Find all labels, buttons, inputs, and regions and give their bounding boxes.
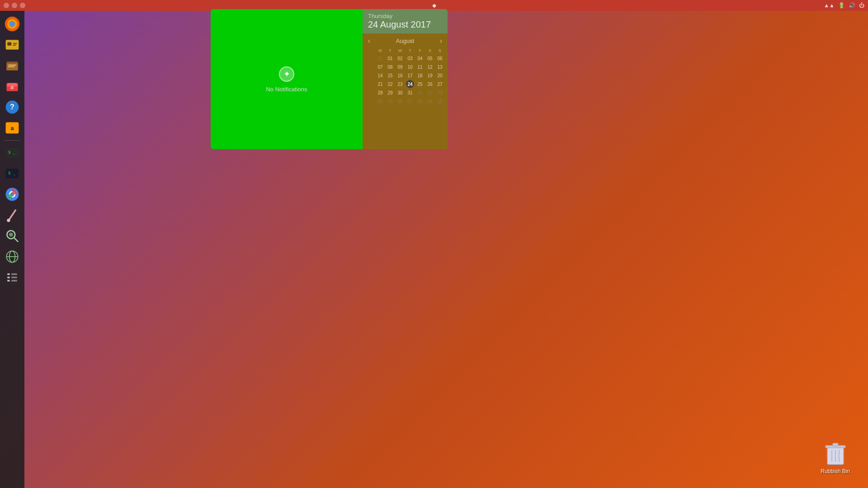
calendar-week-row: 07080910111213	[365, 63, 445, 71]
calendar-rows: 3101020304050607080910111213141516171819…	[365, 54, 445, 105]
weekday-fri: F	[415, 48, 425, 53]
sidebar-item-network[interactable]	[3, 247, 22, 266]
svg-rect-46	[833, 443, 838, 446]
calendar-day[interactable]: 31	[406, 89, 414, 97]
topbar-dot-2	[12, 3, 17, 8]
calendar-day[interactable]: 04	[376, 97, 384, 105]
calendar-panel: Thursday 24 August 2017 ‹ August › M T W…	[363, 9, 448, 149]
calendar-day[interactable]: 09	[396, 63, 404, 71]
calendar-day[interactable]: 08	[416, 97, 424, 105]
calendar-day[interactable]: 23	[396, 80, 404, 88]
rubbish-bin-icon	[821, 437, 850, 466]
calendar-day[interactable]: 01	[416, 89, 424, 97]
calendar-day-name: Thursday	[368, 13, 442, 19]
calendar-day[interactable]: 05	[386, 97, 394, 105]
notification-panel: ✦ No Notifications	[211, 9, 363, 149]
calendar-grid: M T W T F S S 31010203040506070809101112…	[363, 48, 448, 149]
calendar-day[interactable]: 04	[416, 54, 424, 62]
calendar-day[interactable]: 24	[406, 80, 414, 88]
calendar-week-row: 28293031010203	[365, 89, 445, 97]
svg-rect-4	[7, 42, 11, 46]
calendar-day[interactable]: 03	[406, 54, 414, 62]
sidebar-item-files[interactable]	[3, 56, 22, 75]
calendar-day[interactable]: 06	[436, 54, 444, 62]
sidebar-item-chrome[interactable]	[3, 185, 22, 204]
calendar-weekday-headers: M T W T F S S	[365, 48, 445, 53]
volume-icon[interactable]: 🔊	[849, 2, 855, 9]
week-number	[365, 80, 375, 88]
calendar-day[interactable]: 07	[376, 63, 384, 71]
sidebar: ⊞ ? a $ _ $ _	[0, 11, 24, 488]
calendar-day[interactable]: 01	[386, 54, 394, 62]
weekday-sun: S	[435, 48, 445, 53]
sidebar-item-help[interactable]: ?	[3, 98, 22, 117]
calendar-day[interactable]: 30	[396, 89, 404, 97]
popup-panel: ✦ No Notifications Thursday 24 August 20…	[211, 9, 448, 149]
sidebar-item-store[interactable]: ⊞	[3, 77, 22, 96]
week-number	[365, 71, 375, 80]
sidebar-item-firefox[interactable]	[3, 14, 22, 33]
sidebar-item-terminal2[interactable]: $ _	[3, 164, 22, 183]
calendar-day[interactable]: 25	[416, 80, 424, 88]
calendar-day[interactable]: 09	[426, 97, 434, 105]
calendar-date-header: Thursday 24 August 2017	[363, 9, 448, 33]
calendar-day[interactable]: 16	[396, 71, 404, 80]
sidebar-item-software-center[interactable]	[3, 35, 22, 54]
calendar-day[interactable]: 05	[426, 54, 434, 62]
calendar-week-row: 31010203040506	[365, 54, 445, 62]
calendar-day[interactable]: 07	[406, 97, 414, 105]
svg-rect-5	[13, 43, 17, 44]
sidebar-item-amazon[interactable]: a	[3, 118, 22, 137]
no-notifications-label: No Notifications	[266, 86, 307, 93]
sidebar-item-terminal1[interactable]: $ _	[3, 143, 22, 162]
weekday-wed: W	[395, 48, 405, 53]
calendar-month-label: August	[396, 38, 414, 44]
sidebar-item-settings[interactable]	[3, 268, 22, 287]
calendar-day[interactable]: 27	[436, 80, 444, 88]
svg-rect-35	[7, 280, 9, 282]
calendar-day[interactable]: 20	[436, 71, 444, 80]
calendar-day[interactable]: 15	[386, 71, 394, 80]
calendar-day[interactable]: 22	[386, 80, 394, 88]
calendar-day[interactable]: 31	[376, 54, 384, 62]
calendar-prev-month-button[interactable]: ‹	[366, 36, 372, 45]
week-num-header	[365, 48, 375, 53]
calendar-day[interactable]: 13	[436, 63, 444, 71]
calendar-day[interactable]: 02	[426, 89, 434, 97]
sidebar-item-color-picker[interactable]	[3, 206, 22, 225]
calendar-next-month-button[interactable]: ›	[438, 36, 444, 45]
topbar-dot-1	[4, 3, 9, 8]
week-number	[365, 89, 375, 97]
power-icon[interactable]: ⏻	[859, 2, 864, 9]
calendar-day[interactable]: 14	[376, 71, 384, 80]
calendar-day[interactable]: 21	[376, 80, 384, 88]
network-status-icon[interactable]: ▲▲	[824, 2, 835, 9]
calendar-day[interactable]: 10	[406, 63, 414, 71]
svg-point-26	[7, 219, 10, 222]
calendar-day[interactable]: 03	[436, 89, 444, 97]
svg-rect-6	[13, 45, 16, 46]
svg-rect-37	[11, 277, 17, 278]
calendar-day[interactable]: 17	[406, 71, 414, 80]
calendar-day[interactable]: 18	[416, 71, 424, 80]
sidebar-item-search-tool[interactable]	[3, 226, 22, 245]
calendar-day[interactable]: 08	[386, 63, 394, 71]
calendar-day[interactable]: 19	[426, 71, 434, 80]
calendar-day[interactable]: 06	[396, 97, 404, 105]
calendar-day[interactable]: 02	[396, 54, 404, 62]
svg-line-25	[9, 210, 15, 220]
calendar-day[interactable]: 26	[426, 80, 434, 88]
battery-icon[interactable]: 🔋	[838, 2, 845, 9]
weekday-sat: S	[425, 48, 435, 53]
svg-rect-36	[11, 273, 17, 275]
topbar-dot-3	[20, 3, 25, 8]
calendar-day[interactable]: 11	[416, 63, 424, 71]
svg-text:?: ?	[10, 103, 14, 111]
week-number	[365, 54, 375, 62]
calendar-day[interactable]: 12	[426, 63, 434, 71]
calendar-day[interactable]: 28	[376, 89, 384, 97]
calendar-day[interactable]: 10	[436, 97, 444, 105]
rubbish-bin[interactable]: Rubbish Bin	[821, 437, 850, 474]
calendar-day[interactable]: 29	[386, 89, 394, 97]
calendar-week-row: 04050607080910	[365, 97, 445, 105]
